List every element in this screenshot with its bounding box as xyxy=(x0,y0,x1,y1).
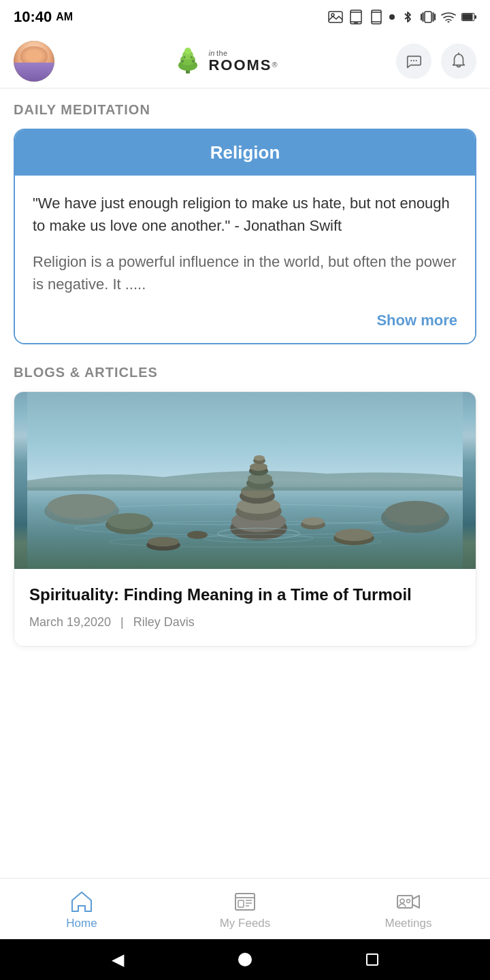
chat-icon xyxy=(405,52,423,70)
show-more-button[interactable]: Show more xyxy=(33,306,457,329)
svg-rect-5 xyxy=(354,22,358,24)
meetings-icon xyxy=(396,889,421,914)
logo-tree-icon xyxy=(173,46,203,76)
nav-meetings-label: Meetings xyxy=(385,917,432,930)
nav-feeds-label: My Feeds xyxy=(220,917,271,930)
blog-title: Spirituality: Finding Meaning in a Time … xyxy=(29,584,461,606)
image-icon xyxy=(328,10,343,24)
status-am-pm: AM xyxy=(56,11,73,23)
svg-point-28 xyxy=(413,59,414,61)
svg-rect-9 xyxy=(425,12,431,22)
blog-info: Spirituality: Finding Meaning in a Time … xyxy=(14,569,476,646)
blog-image xyxy=(14,392,476,569)
chat-button[interactable] xyxy=(396,44,431,79)
svg-point-53 xyxy=(254,455,265,461)
top-nav: in the ROOMS ® xyxy=(0,34,490,88)
phone-icon xyxy=(348,10,363,24)
meditation-card-title: Religion xyxy=(210,142,280,163)
recents-button[interactable] xyxy=(366,953,378,966)
feeds-icon xyxy=(233,889,257,914)
meditation-header: Religion xyxy=(15,130,475,176)
meditation-card: Religion "We have just enough religion t… xyxy=(14,129,476,344)
blogs-section: BLOGS & ARTICLES xyxy=(14,365,476,647)
blog-date: March 19,2020 xyxy=(29,615,111,630)
logo-area: in the ROOMS ® xyxy=(173,46,277,76)
svg-point-37 xyxy=(48,494,116,519)
svg-point-29 xyxy=(416,59,417,61)
status-icons xyxy=(328,10,476,24)
svg-point-14 xyxy=(448,21,450,22)
battery-icon xyxy=(461,10,476,24)
avatar[interactable] xyxy=(14,41,54,82)
svg-point-62 xyxy=(187,531,208,539)
meditation-quote: "We have just enough religion to make us… xyxy=(33,192,457,237)
home-button[interactable] xyxy=(238,953,252,966)
blog-meta: March 19,2020 | Riley Davis xyxy=(29,615,461,630)
svg-point-27 xyxy=(410,59,412,61)
tablet-icon xyxy=(369,10,384,24)
notification-button[interactable] xyxy=(441,44,476,79)
blogs-articles-title: BLOGS & ARTICLES xyxy=(14,365,476,380)
svg-point-61 xyxy=(302,517,324,525)
svg-point-23 xyxy=(181,60,184,63)
nav-my-feeds[interactable]: My Feeds xyxy=(163,887,327,933)
meditation-body-text: Religion is a powerful influence in the … xyxy=(33,250,457,295)
logo-registered: ® xyxy=(272,61,278,69)
svg-point-22 xyxy=(184,48,191,54)
svg-rect-16 xyxy=(474,15,476,18)
status-time: 10:40 xyxy=(14,8,52,26)
meditation-body: "We have just enough religion to make us… xyxy=(15,176,475,343)
bluetooth-icon xyxy=(400,10,415,24)
blog-author: Riley Davis xyxy=(133,615,195,630)
nav-home[interactable]: Home xyxy=(0,887,163,933)
svg-point-71 xyxy=(407,900,410,903)
daily-meditation-title: DAILY MEDITATION xyxy=(14,102,476,118)
svg-point-41 xyxy=(108,513,151,529)
blog-card[interactable]: Spirituality: Finding Meaning in a Time … xyxy=(14,391,476,647)
nav-icons xyxy=(396,44,476,79)
system-nav: ◀ xyxy=(0,939,490,980)
svg-rect-17 xyxy=(462,14,472,20)
svg-point-26 xyxy=(191,56,193,58)
home-icon xyxy=(69,889,94,914)
nav-meetings[interactable]: Meetings xyxy=(327,887,490,933)
dot-indicator xyxy=(389,14,395,20)
svg-point-39 xyxy=(385,501,446,525)
bottom-nav: Home My Feeds xyxy=(0,878,490,939)
main-content: DAILY MEDITATION Religion "We have just … xyxy=(0,88,490,878)
svg-point-24 xyxy=(192,60,195,63)
wifi-icon xyxy=(441,10,456,24)
svg-point-70 xyxy=(400,899,404,903)
svg-point-59 xyxy=(148,537,179,546)
bell-icon xyxy=(450,52,468,70)
status-bar: 10:40 AM xyxy=(0,0,490,34)
logo-rooms: ROOMS xyxy=(208,58,272,73)
svg-rect-65 xyxy=(238,900,244,907)
blog-meta-divider: | xyxy=(120,615,124,630)
back-button[interactable]: ◀ xyxy=(112,950,124,969)
nav-home-label: Home xyxy=(66,917,97,930)
svg-point-25 xyxy=(184,56,186,58)
vibrate-icon xyxy=(421,10,436,24)
svg-point-57 xyxy=(335,529,373,541)
